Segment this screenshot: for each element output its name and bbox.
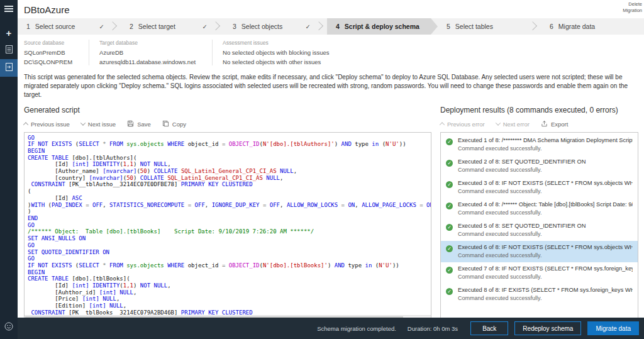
app-header: DBtoAzure Delete Migration — [18, 0, 644, 18]
migrations-button[interactable] — [0, 59, 18, 77]
assessments-button[interactable] — [0, 42, 18, 59]
sql-code-line: /****** Object: Table [dbo].[tblBooks] S… — [28, 228, 431, 235]
migration-status: Schema migration completed. Duration: 0h… — [317, 325, 458, 332]
source-database-info: Source database SQLonPremDB DC\SQLONPREM — [24, 40, 89, 65]
sql-code-line: [Price] [int] NULL, — [28, 296, 431, 303]
sql-code-line: [Edition] [int] NULL, — [28, 303, 431, 309]
result-status-text: Command executed successfully. — [458, 167, 633, 173]
success-check-icon: ✓ — [446, 267, 453, 274]
app-title: DBtoAzure — [18, 0, 644, 15]
script-toolbar: Previous issue Next issue Save — [24, 120, 431, 128]
result-status-text: Command executed successfully. — [458, 231, 633, 237]
assessment-list-icon — [4, 45, 14, 57]
previous-error-button[interactable]: Previous error — [440, 121, 485, 128]
result-item[interactable]: ✓Executed 5 of 8: SET QUOTED_IDENTIFIER … — [441, 220, 638, 241]
step-label: Select source — [35, 23, 75, 30]
step-complete-check-icon: ✓ — [99, 23, 104, 30]
success-check-icon: ✓ — [446, 181, 453, 188]
migrate-data-button[interactable]: Migrate data — [587, 321, 639, 335]
sql-code-line: [Author_name] [nvarchar](50) COLLATE SQL… — [28, 168, 431, 175]
sql-code-line: CREATE TABLE [dbo].[tblAuthors]( — [28, 155, 431, 162]
copy-icon — [162, 120, 169, 128]
target-database-label: Target database — [99, 40, 196, 46]
result-item[interactable]: ✓Executed 1 of 8: /******** DMA Schema M… — [441, 134, 638, 155]
content-panels: Generated script Previous issue Next iss… — [24, 106, 638, 322]
wizard-step-5[interactable]: 5Select tables — [438, 18, 541, 35]
sql-code-line: IF NOT EXISTS (SELECT * FROM sys.objects… — [28, 262, 431, 269]
redeploy-schema-button[interactable]: Redeploy schema — [514, 321, 581, 335]
feedback-button[interactable] — [0, 319, 18, 336]
step-number: 6 — [550, 23, 553, 30]
wizard-step-1[interactable]: 1Select source✓ — [18, 18, 121, 35]
delete-migration-button[interactable]: Delete Migration — [623, 1, 642, 14]
previous-issue-button[interactable]: Previous issue — [24, 121, 70, 128]
step-label: Script & deploy schema — [345, 23, 419, 30]
success-check-icon: ✓ — [446, 224, 453, 231]
step-number: 3 — [233, 23, 236, 30]
result-item[interactable]: ✓Executed 2 of 8: SET QUOTED_IDENTIFIER … — [441, 155, 638, 177]
sql-code-line: END — [28, 215, 431, 222]
sidebar: + — [0, 0, 18, 339]
save-button[interactable]: Save — [127, 120, 151, 128]
wizard-steps: 1Select source✓2Select target✓3Select ob… — [18, 18, 644, 35]
result-command-text: Executed 1 of 8: /******** DMA Schema Mi… — [458, 137, 633, 143]
step-number: 1 — [26, 23, 30, 30]
step-label: Select target — [138, 23, 175, 30]
sql-script-editor[interactable]: GOIF NOT EXISTS (SELECT * FROM sys.objec… — [24, 132, 431, 322]
result-command-text: Executed 7 of 8: IF NOT EXISTS (SELECT *… — [458, 265, 633, 272]
status-text: Schema migration completed. — [317, 325, 396, 332]
result-status-text: Command executed successfully. — [458, 188, 633, 194]
wizard-step-6[interactable]: 6Migrate data — [541, 18, 644, 35]
next-error-button[interactable]: Next error — [496, 121, 530, 128]
new-migration-button[interactable]: + — [0, 24, 18, 42]
wizard-step-3[interactable]: 3Select objects✓ — [224, 18, 327, 35]
step-number: 5 — [447, 23, 450, 30]
next-issue-button[interactable]: Next issue — [81, 121, 116, 128]
sql-code-line: SET QUOTED_IDENTIFIER ON — [28, 249, 431, 256]
menu-button[interactable] — [0, 0, 18, 18]
generated-script-panel: Generated script Previous issue Next iss… — [24, 106, 431, 322]
duration-text: Duration: 0h 0m 3s — [408, 325, 458, 332]
step-label: Select tables — [455, 23, 493, 30]
result-status-text: Command executed successfully. — [458, 145, 633, 152]
copy-button[interactable]: Copy — [162, 120, 186, 128]
result-item[interactable]: ✓Executed 3 of 8: IF NOT EXISTS (SELECT … — [441, 177, 638, 198]
save-icon — [127, 120, 134, 128]
step-number: 2 — [130, 23, 133, 30]
wizard-step-2[interactable]: 2Select target✓ — [121, 18, 224, 35]
sql-code-line: BEGIN — [28, 269, 431, 276]
results-toolbar: Previous error Next error Export — [440, 120, 638, 128]
assessment-blocking-issues: No selected objects with blocking issues — [223, 49, 330, 56]
chevron-down-icon — [495, 120, 500, 125]
result-command-text: Executed 8 of 8: IF EXISTS (SELECT * FRO… — [458, 287, 633, 293]
assessment-issues-label: Assessment issues — [223, 40, 330, 46]
sql-code-line: [country] [nvarchar](50) COLLATE SQL_Lat… — [28, 175, 431, 182]
result-status-text: Command executed successfully. — [458, 295, 633, 301]
source-server-name: DC\SQLONPREM — [24, 58, 72, 65]
chevron-down-icon — [80, 120, 86, 125]
assessment-issues-info: Assessment issues No selected objects wi… — [212, 40, 346, 65]
export-button[interactable]: Export — [541, 120, 568, 128]
result-item[interactable]: ✓Executed 8 of 8: IF EXISTS (SELECT * FR… — [441, 284, 638, 305]
result-item[interactable]: ✓Executed 7 of 8: IF NOT EXISTS (SELECT … — [441, 262, 638, 284]
back-button[interactable]: Back — [470, 321, 508, 335]
sql-code-line: [Id] [int] IDENTITY(1,1) NOT NULL, — [28, 282, 431, 289]
success-check-icon: ✓ — [446, 288, 453, 295]
target-database-info: Target database AzureDB azuresqldb11.dat… — [89, 40, 212, 65]
result-status-text: Command executed successfully. — [458, 252, 633, 258]
chevron-up-icon — [440, 122, 445, 127]
sql-code-line: [Auhthor_id] [int] NULL, — [28, 289, 431, 296]
result-item[interactable]: ✓Executed 6 of 8: IF NOT EXISTS (SELECT … — [441, 241, 638, 262]
source-database-name: SQLonPremDB — [24, 49, 72, 56]
sql-code-line: ) — [28, 208, 431, 215]
step-label: Migrate data — [558, 23, 595, 30]
wizard-step-4[interactable]: 4Script & deploy schema — [327, 18, 438, 35]
success-check-icon: ✓ — [446, 245, 453, 252]
sql-code-line: ( — [28, 188, 431, 195]
target-server-name: azuresqldb11.database.windows.net — [99, 58, 196, 65]
result-item[interactable]: ✓Executed 4 of 8: /****** Object: Table … — [441, 198, 638, 220]
source-database-label: Source database — [24, 40, 72, 46]
step-complete-check-icon: ✓ — [306, 23, 311, 30]
sql-code-line: GO — [28, 255, 431, 262]
sql-code-line: CREATE TABLE [dbo].[tblBooks]( — [28, 275, 431, 282]
